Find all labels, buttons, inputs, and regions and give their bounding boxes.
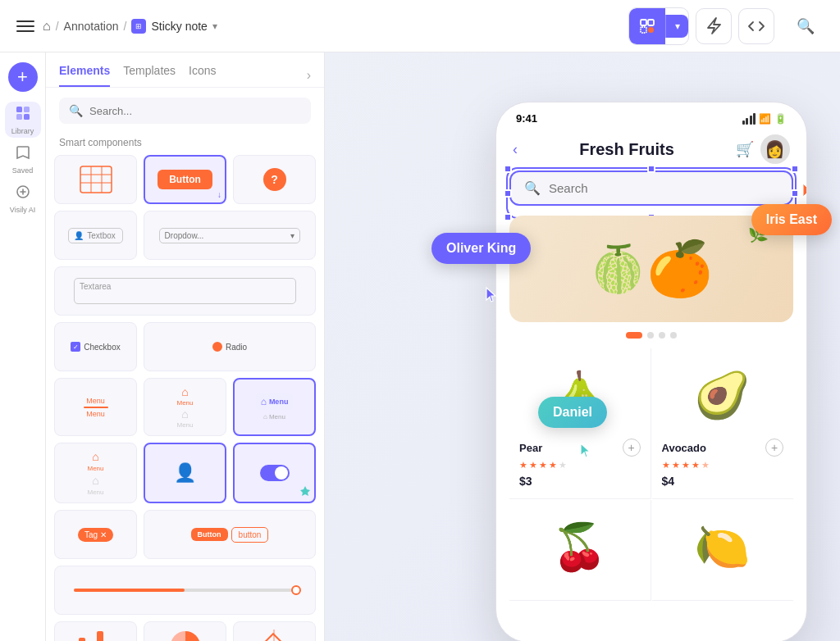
tab-icons[interactable]: Icons	[189, 64, 216, 87]
tag-component[interactable]: Tag ✕	[54, 510, 137, 559]
pear-name: Pear	[519, 442, 542, 454]
breadcrumb-current: ⊞ Sticky note ▾	[131, 19, 217, 34]
svg-rect-7	[24, 114, 30, 120]
product-card-cherry[interactable]: 🍒	[509, 500, 651, 601]
sidebar-item-visily-ai[interactable]: Visily AI	[5, 180, 41, 216]
toggle-component[interactable]	[233, 443, 316, 503]
top-bar-right: 🔍	[788, 8, 824, 44]
battery-icon: 🔋	[774, 113, 787, 125]
help-component[interactable]: ?	[233, 155, 316, 204]
status-time: 9:41	[516, 112, 537, 125]
fruit-banner: 🍈 🍊 🌿	[509, 216, 793, 322]
panel-close-button[interactable]: ›	[307, 68, 311, 83]
dot-3[interactable]	[659, 332, 665, 339]
search-icon: 🔍	[69, 104, 83, 117]
pie-chart-component[interactable]	[144, 621, 226, 641]
svg-rect-9	[80, 166, 112, 193]
search-bar[interactable]: 🔍	[509, 170, 793, 206]
cross-diagram-component[interactable]	[233, 621, 316, 641]
avocado-add-button[interactable]: +	[765, 439, 783, 457]
menu-blue-component[interactable]: ⌂ Menu ⌂ Menu	[233, 378, 316, 436]
daniel-cursor	[579, 442, 594, 463]
svg-rect-5	[24, 107, 30, 112]
back-button[interactable]: ‹	[513, 141, 518, 158]
avocado-price: $4	[662, 475, 675, 488]
search-input[interactable]	[549, 181, 778, 195]
products-grid: 🍐 Pear + ★★★★★ $3 🥑	[509, 348, 793, 601]
product-card-lemon[interactable]: 🍋	[652, 500, 794, 601]
visily-ai-label: Visily AI	[10, 206, 35, 214]
avocado-name: Avocado	[662, 442, 706, 454]
pear-add-button[interactable]: +	[623, 439, 641, 457]
search-input[interactable]	[89, 105, 301, 117]
menu-toggle-button[interactable]	[16, 20, 34, 32]
frame-dropdown-button[interactable]: ▾	[665, 15, 688, 38]
dot-1[interactable]	[626, 332, 642, 339]
lemon-image: 🍋	[662, 510, 784, 584]
add-button[interactable]: +	[8, 62, 38, 92]
library-icon	[15, 105, 31, 125]
cherry-image: 🍒	[519, 510, 641, 584]
menu-icon-preview: ⌂ Menu ⌂ Menu	[176, 385, 193, 429]
page-title: Fresh Fruits	[579, 140, 674, 159]
dot-2[interactable]	[647, 332, 654, 339]
iris-name: Iris East	[766, 212, 817, 226]
bar-chart-component[interactable]	[54, 621, 137, 641]
canvas-area[interactable]: 9:41 📶 🔋 ‹ Fresh Fruits 🛒	[325, 52, 840, 641]
top-bar: ⌂ / Annotation / ⊞ Sticky note ▾ ▾	[0, 0, 840, 52]
top-bar-left: ⌂ / Annotation / ⊞ Sticky note ▾	[16, 19, 615, 34]
textarea-preview: Textarea	[74, 278, 296, 304]
cross-diagram-preview	[258, 630, 291, 641]
handle-bl[interactable]	[504, 213, 512, 221]
button-component[interactable]: Button ↓	[144, 155, 226, 204]
avatar-component[interactable]: 👤	[144, 443, 226, 503]
radio-component[interactable]: Radio	[144, 322, 316, 371]
menu-icon-component[interactable]: ⌂ Menu ⌂ Menu	[144, 378, 226, 436]
button-variants-component[interactable]: Button button	[144, 510, 316, 559]
avatar[interactable]: 👩	[760, 134, 790, 164]
components-grid: Button ↓ ? 👤 Textbox Dropdow... ▾	[54, 155, 316, 641]
svg-rect-2	[641, 27, 646, 33]
library-label: Library	[11, 127, 34, 135]
slider-component[interactable]	[54, 566, 316, 615]
menu-underline-component[interactable]: Menu Menu	[54, 378, 137, 436]
frame-tool-button[interactable]	[629, 8, 665, 44]
status-icons: 📶 🔋	[742, 113, 788, 125]
chevron-down-icon[interactable]: ▾	[212, 20, 217, 32]
cart-icon[interactable]: 🛒	[736, 140, 754, 158]
tool-group-frame: ▾	[628, 7, 689, 45]
bar-chart-preview	[79, 630, 112, 641]
breadcrumb-sep2: /	[124, 20, 127, 33]
checkbox-preview: ✓ Checkbox	[71, 342, 120, 352]
checkbox-component[interactable]: ✓ Checkbox	[54, 322, 137, 371]
oliver-cursor	[485, 286, 500, 307]
textarea-component[interactable]: Textarea	[54, 266, 316, 316]
tab-templates[interactable]: Templates	[123, 64, 176, 87]
daniel-name: Daniel	[553, 405, 592, 419]
saved-icon	[15, 144, 31, 165]
sidebar-item-library[interactable]: Library	[5, 102, 41, 138]
svg-rect-6	[16, 114, 22, 120]
phone-status-bar: 9:41 📶 🔋	[496, 102, 806, 131]
lightning-tool-button[interactable]	[696, 8, 732, 44]
visily-ai-icon	[15, 184, 31, 204]
textbox-component[interactable]: 👤 Textbox	[54, 211, 137, 260]
product-card-avocado[interactable]: 🥑 Avocado + ★★★★★ $4	[652, 348, 794, 499]
table-component[interactable]	[54, 155, 137, 204]
button-preview: Button	[158, 170, 212, 189]
dot-4[interactable]	[670, 332, 677, 339]
avocado-stars: ★★★★★	[662, 460, 784, 471]
search-bar-icon: 🔍	[524, 180, 541, 196]
code-tool-button[interactable]	[738, 8, 774, 44]
menu-icon2-component[interactable]: ⌂ Menu ⌂ Menu	[54, 443, 137, 503]
tab-elements[interactable]: Elements	[59, 64, 110, 87]
top-bar-center: ▾	[628, 7, 774, 45]
oliver-name: Oliver King	[446, 241, 516, 255]
dropdown-component[interactable]: Dropdow... ▾	[144, 211, 316, 260]
panel-content: Button ↓ ? 👤 Textbox Dropdow... ▾	[46, 155, 324, 641]
search-button[interactable]: 🔍	[788, 8, 824, 44]
pie-chart-preview	[171, 631, 200, 641]
breadcrumb-annotation[interactable]: Annotation	[64, 20, 119, 33]
sidebar-item-saved[interactable]: Saved	[5, 141, 41, 177]
home-icon[interactable]: ⌂	[43, 19, 51, 34]
